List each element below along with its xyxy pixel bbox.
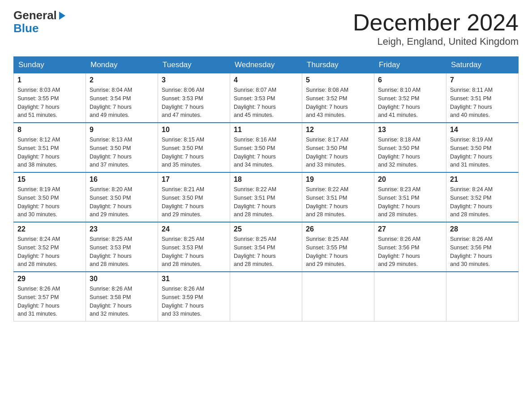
calendar-cell: 8Sunrise: 8:12 AM Sunset: 3:51 PM Daylig… (14, 123, 86, 172)
calendar-cell: 6Sunrise: 8:10 AM Sunset: 3:52 PM Daylig… (374, 73, 446, 123)
day-number: 21 (450, 176, 515, 184)
day-info: Sunrise: 8:12 AM Sunset: 3:51 PM Dayligh… (17, 136, 82, 169)
calendar-cell: 3Sunrise: 8:06 AM Sunset: 3:53 PM Daylig… (158, 73, 230, 123)
calendar-cell: 23Sunrise: 8:25 AM Sunset: 3:53 PM Dayli… (86, 222, 158, 272)
calendar-cell: 18Sunrise: 8:22 AM Sunset: 3:51 PM Dayli… (230, 172, 302, 222)
day-number: 20 (378, 176, 442, 184)
calendar-cell: 22Sunrise: 8:24 AM Sunset: 3:52 PM Dayli… (14, 222, 86, 272)
day-number: 19 (306, 176, 370, 184)
day-number: 1 (17, 76, 82, 84)
calendar-cell: 9Sunrise: 8:13 AM Sunset: 3:50 PM Daylig… (86, 123, 158, 172)
day-info: Sunrise: 8:19 AM Sunset: 3:50 PM Dayligh… (450, 136, 515, 169)
header-thursday: Thursday (302, 57, 374, 73)
day-number: 14 (450, 126, 515, 134)
calendar-cell: 4Sunrise: 8:07 AM Sunset: 3:53 PM Daylig… (230, 73, 302, 123)
title-block: December 2024 Leigh, England, United Kin… (353, 9, 519, 47)
calendar-cell: 21Sunrise: 8:24 AM Sunset: 3:52 PM Dayli… (446, 172, 519, 222)
day-number: 4 (234, 76, 298, 84)
day-info: Sunrise: 8:21 AM Sunset: 3:50 PM Dayligh… (162, 185, 226, 219)
day-number: 15 (17, 176, 82, 184)
day-number: 9 (90, 126, 154, 134)
calendar-cell: 24Sunrise: 8:25 AM Sunset: 3:53 PM Dayli… (158, 222, 230, 272)
day-info: Sunrise: 8:08 AM Sunset: 3:52 PM Dayligh… (306, 86, 370, 120)
header-saturday: Saturday (446, 57, 519, 73)
day-number: 3 (162, 76, 226, 84)
header-wednesday: Wednesday (230, 57, 302, 73)
day-info: Sunrise: 8:19 AM Sunset: 3:50 PM Dayligh… (17, 185, 82, 219)
day-number: 11 (234, 126, 298, 134)
day-number: 7 (450, 76, 515, 84)
calendar-cell: 12Sunrise: 8:17 AM Sunset: 3:50 PM Dayli… (302, 123, 374, 172)
calendar-week-1: 1Sunrise: 8:03 AM Sunset: 3:55 PM Daylig… (14, 73, 519, 123)
day-number: 5 (306, 76, 370, 84)
calendar-cell: 27Sunrise: 8:26 AM Sunset: 3:56 PM Dayli… (374, 222, 446, 272)
calendar-cell: 31Sunrise: 8:26 AM Sunset: 3:59 PM Dayli… (158, 272, 230, 321)
calendar-cell (302, 272, 374, 321)
day-info: Sunrise: 8:23 AM Sunset: 3:51 PM Dayligh… (378, 185, 442, 219)
day-info: Sunrise: 8:25 AM Sunset: 3:55 PM Dayligh… (306, 235, 370, 269)
calendar-cell: 26Sunrise: 8:25 AM Sunset: 3:55 PM Dayli… (302, 222, 374, 272)
header-monday: Monday (86, 57, 158, 73)
calendar-cell: 16Sunrise: 8:20 AM Sunset: 3:50 PM Dayli… (86, 172, 158, 222)
day-info: Sunrise: 8:26 AM Sunset: 3:56 PM Dayligh… (450, 235, 515, 269)
month-title: December 2024 (353, 9, 519, 36)
header-sunday: Sunday (14, 57, 86, 73)
calendar-cell: 7Sunrise: 8:11 AM Sunset: 3:51 PM Daylig… (446, 73, 519, 123)
calendar-cell: 17Sunrise: 8:21 AM Sunset: 3:50 PM Dayli… (158, 172, 230, 222)
logo-blue: Blue (13, 22, 67, 34)
day-number: 25 (234, 225, 298, 233)
day-number: 30 (90, 275, 154, 283)
calendar-week-4: 22Sunrise: 8:24 AM Sunset: 3:52 PM Dayli… (14, 222, 519, 272)
calendar-cell (374, 272, 446, 321)
day-info: Sunrise: 8:22 AM Sunset: 3:51 PM Dayligh… (306, 185, 370, 219)
day-info: Sunrise: 8:11 AM Sunset: 3:51 PM Dayligh… (450, 86, 515, 120)
day-number: 24 (162, 225, 226, 233)
day-number: 2 (90, 76, 154, 84)
day-number: 8 (17, 126, 82, 134)
calendar-cell: 13Sunrise: 8:18 AM Sunset: 3:50 PM Dayli… (374, 123, 446, 172)
calendar-cell (446, 272, 519, 321)
logo-general: General (13, 9, 57, 22)
calendar-week-3: 15Sunrise: 8:19 AM Sunset: 3:50 PM Dayli… (14, 172, 519, 222)
day-number: 16 (90, 176, 154, 184)
day-info: Sunrise: 8:26 AM Sunset: 3:58 PM Dayligh… (90, 285, 154, 318)
day-info: Sunrise: 8:24 AM Sunset: 3:52 PM Dayligh… (17, 235, 82, 269)
day-number: 26 (306, 225, 370, 233)
day-info: Sunrise: 8:26 AM Sunset: 3:57 PM Dayligh… (17, 285, 82, 318)
header-friday: Friday (374, 57, 446, 73)
calendar-cell: 29Sunrise: 8:26 AM Sunset: 3:57 PM Dayli… (14, 272, 86, 321)
day-number: 13 (378, 126, 442, 134)
day-info: Sunrise: 8:22 AM Sunset: 3:51 PM Dayligh… (234, 185, 298, 219)
day-info: Sunrise: 8:04 AM Sunset: 3:54 PM Dayligh… (90, 86, 154, 120)
calendar-cell: 25Sunrise: 8:25 AM Sunset: 3:54 PM Dayli… (230, 222, 302, 272)
day-info: Sunrise: 8:03 AM Sunset: 3:55 PM Dayligh… (17, 86, 82, 120)
day-number: 27 (378, 225, 442, 233)
calendar-cell: 11Sunrise: 8:16 AM Sunset: 3:50 PM Dayli… (230, 123, 302, 172)
day-info: Sunrise: 8:06 AM Sunset: 3:53 PM Dayligh… (162, 86, 226, 120)
calendar-cell: 14Sunrise: 8:19 AM Sunset: 3:50 PM Dayli… (446, 123, 519, 172)
calendar-week-5: 29Sunrise: 8:26 AM Sunset: 3:57 PM Dayli… (14, 272, 519, 321)
day-number: 17 (162, 176, 226, 184)
day-number: 29 (17, 275, 82, 283)
calendar-cell: 5Sunrise: 8:08 AM Sunset: 3:52 PM Daylig… (302, 73, 374, 123)
day-number: 6 (378, 76, 442, 84)
location: Leigh, England, United Kingdom (353, 36, 519, 47)
calendar-cell: 10Sunrise: 8:15 AM Sunset: 3:50 PM Dayli… (158, 123, 230, 172)
day-number: 28 (450, 225, 515, 233)
day-number: 10 (162, 126, 226, 134)
calendar-cell: 19Sunrise: 8:22 AM Sunset: 3:51 PM Dayli… (302, 172, 374, 222)
day-number: 12 (306, 126, 370, 134)
svg-marker-0 (59, 12, 65, 20)
calendar-week-2: 8Sunrise: 8:12 AM Sunset: 3:51 PM Daylig… (14, 123, 519, 172)
calendar-cell: 30Sunrise: 8:26 AM Sunset: 3:58 PM Dayli… (86, 272, 158, 321)
header-tuesday: Tuesday (158, 57, 230, 73)
calendar-table: SundayMondayTuesdayWednesdayThursdayFrid… (13, 56, 519, 321)
day-info: Sunrise: 8:10 AM Sunset: 3:52 PM Dayligh… (378, 86, 442, 120)
calendar-cell: 1Sunrise: 8:03 AM Sunset: 3:55 PM Daylig… (14, 73, 86, 123)
day-info: Sunrise: 8:18 AM Sunset: 3:50 PM Dayligh… (378, 136, 442, 169)
day-number: 18 (234, 176, 298, 184)
day-number: 22 (17, 225, 82, 233)
day-info: Sunrise: 8:17 AM Sunset: 3:50 PM Dayligh… (306, 136, 370, 169)
day-info: Sunrise: 8:20 AM Sunset: 3:50 PM Dayligh… (90, 185, 154, 219)
calendar-cell: 2Sunrise: 8:04 AM Sunset: 3:54 PM Daylig… (86, 73, 158, 123)
